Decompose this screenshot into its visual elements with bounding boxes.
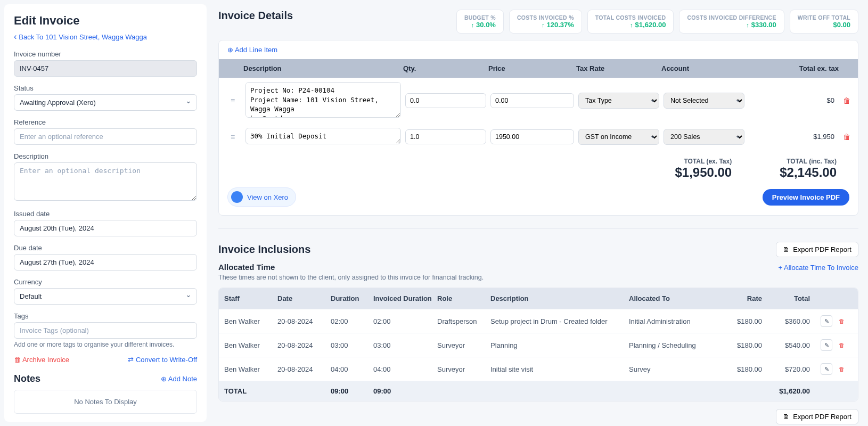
divider <box>218 228 858 229</box>
card-costs-invoiced-pct: COSTS INVOICED % ↑120.37% <box>509 10 582 34</box>
export-pdf-button[interactable]: 🗎 Export PDF Report <box>776 242 858 257</box>
table-row: Ben Walker 20-08-2024 02:00 02:00 Drafts… <box>219 309 858 333</box>
drag-handle-icon[interactable]: ≡ <box>222 96 243 105</box>
add-line-item-link[interactable]: ⊕ Add Line Item <box>227 46 277 54</box>
back-link-text: Back To 101 Vision Street, Wagga Wagga <box>19 33 147 41</box>
line-row: ≡ GST on Income 200 Sales $1,950 🗑 <box>219 124 858 151</box>
line-items-panel: ⊕ Add Line Item Description Qty. Price T… <box>218 40 858 216</box>
line-account-select[interactable]: Not Selected <box>664 93 744 109</box>
total-inc-value: $2,145.00 <box>780 165 837 180</box>
delete-line-button[interactable]: 🗑 <box>839 96 855 105</box>
description-label: Description <box>14 152 197 160</box>
invoice-number-label: Invoice number <box>14 50 197 58</box>
card-costs-invoiced-diff: COSTS INVOICED DIFFERENCE ↑$330.00 <box>679 10 784 34</box>
line-row: ≡ Tax Type Not Selected $0 🗑 <box>219 78 858 124</box>
line-total: $0 <box>747 96 839 104</box>
totals-row: TOTAL (ex. Tax) $1,950.00 TOTAL (inc. Ta… <box>219 150 858 187</box>
allocated-time-title: Allocated Time <box>218 263 275 272</box>
line-account-select[interactable]: 200 Sales <box>664 129 744 145</box>
xero-icon <box>231 191 243 203</box>
currency-select[interactable]: Default <box>14 288 197 305</box>
archive-invoice-link[interactable]: 🗑 Archive Invoice <box>14 356 69 364</box>
add-note-link[interactable]: ⊕ Add Note <box>161 375 197 383</box>
edit-row-button[interactable]: ✎ <box>821 315 832 327</box>
back-link[interactable]: Back To 101 Vision Street, Wagga Wagga <box>14 32 147 42</box>
status-label: Status <box>14 84 197 92</box>
drag-handle-icon[interactable]: ≡ <box>222 133 243 141</box>
line-description-input[interactable] <box>245 128 401 145</box>
inc-header: Staff Date Duration Invoiced Duration Ro… <box>219 288 858 309</box>
due-date-label: Due date <box>14 244 197 252</box>
convert-writeoff-link[interactable]: ⇄ Convert to Write-Off <box>128 356 197 364</box>
main-content: Invoice Details BUDGET % ↑30.0% COSTS IN… <box>211 0 868 426</box>
issued-date-input[interactable] <box>14 220 197 236</box>
currency-label: Currency <box>14 278 197 286</box>
delete-line-button[interactable]: 🗑 <box>839 133 855 141</box>
page-title: Edit Invoice <box>14 14 197 28</box>
delete-row-button[interactable]: 🗑 <box>836 339 847 351</box>
issued-date-label: Issued date <box>14 210 197 218</box>
total-inc-label: TOTAL (inc. Tax) <box>780 158 837 165</box>
total-ex-label: TOTAL (ex. Tax) <box>675 158 732 165</box>
delete-row-button[interactable]: 🗑 <box>836 315 847 327</box>
table-row: Ben Walker 20-08-2024 04:00 04:00 Survey… <box>219 357 858 381</box>
table-row: Ben Walker 20-08-2024 03:00 03:00 Survey… <box>219 333 858 357</box>
edit-row-button[interactable]: ✎ <box>821 339 832 351</box>
due-date-input[interactable] <box>14 254 197 271</box>
export-pdf-button-bottom[interactable]: 🗎 Export PDF Report <box>776 409 858 424</box>
line-header: Description Qty. Price Tax Rate Account … <box>219 59 858 78</box>
line-price-input[interactable] <box>490 93 574 108</box>
line-qty-input[interactable] <box>405 129 486 144</box>
reference-input[interactable] <box>14 128 197 145</box>
inclusions-title: Invoice Inclusions <box>218 243 310 256</box>
tags-label: Tags <box>14 312 197 320</box>
document-icon: 🗎 <box>783 413 790 421</box>
notes-title: Notes <box>14 373 40 384</box>
line-tax-select[interactable]: GST on Income <box>578 129 659 145</box>
tags-input[interactable] <box>14 322 197 339</box>
preview-invoice-pdf-button[interactable]: Preview Invoice PDF <box>763 189 849 206</box>
line-qty-input[interactable] <box>405 93 486 108</box>
summary-cards: BUDGET % ↑30.0% COSTS INVOICED % ↑120.37… <box>456 10 858 34</box>
card-write-off-total: WRITE OFF TOTAL $0.00 <box>790 10 858 34</box>
card-total-costs-invoiced: TOTAL COSTS INVOICED ↑$1,620.00 <box>587 10 674 34</box>
tags-helper: Add one or more tags to organise your di… <box>14 341 197 348</box>
delete-row-button[interactable]: 🗑 <box>836 363 847 375</box>
allocated-time-table: Staff Date Duration Invoiced Duration Ro… <box>218 288 858 402</box>
reference-label: Reference <box>14 118 197 126</box>
document-icon: 🗎 <box>783 245 790 253</box>
sidebar: Edit Invoice Back To 101 Vision Street, … <box>4 4 207 422</box>
table-total-row: TOTAL 09:00 09:00 $1,620.00 <box>219 381 858 401</box>
allocated-time-subtitle: These times are not shown to the client,… <box>218 274 858 281</box>
invoice-details-title: Invoice Details <box>218 10 293 22</box>
line-total: $1,950 <box>747 133 839 141</box>
invoice-number-input[interactable] <box>14 60 197 77</box>
notes-empty: No Notes To Display <box>14 390 197 414</box>
edit-row-button[interactable]: ✎ <box>821 363 832 375</box>
total-ex-value: $1,950.00 <box>675 165 732 180</box>
line-tax-select[interactable]: Tax Type <box>578 93 659 109</box>
allocate-time-link[interactable]: + Allocate Time To Invoice <box>779 264 858 272</box>
line-description-input[interactable] <box>245 82 401 118</box>
line-price-input[interactable] <box>490 129 574 144</box>
card-budget: BUDGET % ↑30.0% <box>456 10 504 34</box>
status-select[interactable]: Awaiting Approval (Xero) <box>14 94 197 111</box>
description-input[interactable] <box>14 162 197 201</box>
view-on-xero-button[interactable]: View on Xero <box>227 187 296 207</box>
